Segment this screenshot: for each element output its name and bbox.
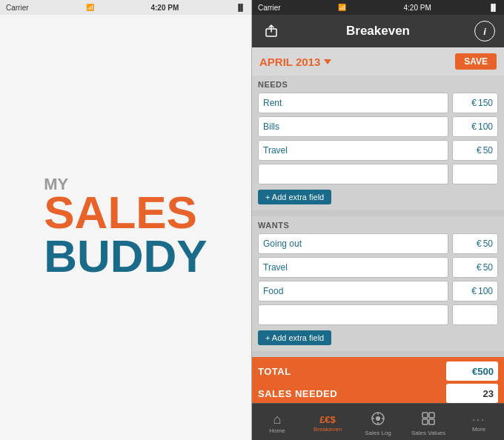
wants-field-0[interactable] [258,233,448,254]
month-title[interactable]: APRIL 2013 [259,56,331,68]
saleslog-icon [371,411,385,428]
tab-salesvalues-label: Sales Values [411,430,445,436]
wants-title: WANTS [258,221,498,230]
needs-field-0[interactable] [258,93,448,113]
share-icon[interactable] [261,21,282,41]
wifi-icon-right: 📶 [338,4,346,11]
save-button[interactable]: SAVE [455,53,497,70]
left-content: MY SALES BUDDY [0,15,251,440]
logo-buddy: BUDDY [44,235,207,279]
needs-empty-value [452,164,498,184]
wants-value-2: € 100 [452,281,498,301]
left-phone: Carrier 📶 4:20 PM ▐▌ MY SALES BUDDY [0,0,252,440]
app-content: APRIL 2013 SAVE NEEDS € 150 € 100 [252,47,504,403]
salesvalues-icon [421,411,436,428]
logo: MY SALES BUDDY [44,176,207,279]
more-icon: ··· [472,414,485,424]
month-dropdown-arrow[interactable] [324,59,331,64]
svg-rect-7 [422,413,428,418]
time-left: 4:20 PM [150,4,179,12]
needs-row-2: € 50 [258,140,498,161]
carrier-right: Carrier [258,4,281,12]
sales-needed-value: 23 [446,384,498,403]
wants-row-0: € 50 [258,233,498,254]
battery-right: ▐▌ [488,4,498,11]
needs-value-1: € 100 [452,116,498,137]
wants-value-1: € 50 [452,257,498,278]
tab-bar: ⌂ Home £€$ Breakeven Sales Log [252,403,504,440]
home-icon: ⌂ [273,413,282,426]
wants-row-2: € 100 [258,281,498,301]
svg-point-2 [376,416,380,421]
tab-more[interactable]: ··· More [454,404,504,440]
total-amount: 500 [477,366,494,377]
needs-section: NEEDS € 150 € 100 € 50 [252,76,504,210]
svg-rect-8 [429,413,434,418]
tab-saleslog[interactable]: Sales Log [353,404,403,440]
wants-value-0: € 50 [452,233,498,254]
needs-value-2: € 50 [452,140,498,161]
needs-value-0: € 150 [452,93,498,113]
sales-needed-row: SALES NEEDED 23 [258,384,498,403]
breakeven-icon: £€$ [319,415,336,424]
total-value: € 500 [446,361,498,381]
needs-field-1[interactable] [258,116,448,137]
wants-field-2[interactable] [258,281,448,301]
status-icons-left: 📶 [86,4,94,11]
nav-title: Breakeven [346,24,410,39]
tab-breakeven[interactable]: £€$ Breakeven [302,404,353,440]
needs-empty-row [258,164,498,184]
tab-more-label: More [472,426,485,433]
info-icon[interactable]: i [474,21,495,41]
wants-empty-input[interactable] [258,304,448,325]
logo-sales: SALES [44,191,207,235]
sales-needed-amount: 23 [483,388,494,399]
wants-row-1: € 50 [258,257,498,278]
tab-home-label: Home [269,427,285,434]
total-label: TOTAL [258,366,291,377]
svg-rect-10 [429,419,434,424]
svg-rect-9 [422,419,428,424]
tab-home[interactable]: ⌂ Home [252,404,302,440]
tab-breakeven-label: Breakeven [314,426,342,433]
needs-add-field-button[interactable]: + Add extra field [258,190,331,204]
needs-row-1: € 100 [258,116,498,137]
wants-field-1[interactable] [258,257,448,278]
wants-empty-row [258,304,498,325]
status-bar-left: Carrier 📶 4:20 PM ▐▌ [0,0,251,15]
total-row: TOTAL € 500 [258,361,498,381]
month-label: APRIL 2013 [259,56,320,68]
carrier-left: Carrier [6,4,29,12]
status-bar-right: Carrier 📶 4:20 PM ▐▌ [252,0,504,15]
right-phone: Carrier 📶 4:20 PM ▐▌ Breakeven i APRIL 2… [252,0,504,440]
month-header: APRIL 2013 SAVE [252,47,504,76]
totals-section: TOTAL € 500 SALES NEEDED 23 [252,357,504,403]
time-right: 4:20 PM [404,4,431,12]
needs-title: NEEDS [258,80,498,89]
tab-saleslog-label: Sales Log [365,430,391,436]
wifi-icon-left: 📶 [86,4,94,11]
wants-add-field-button[interactable]: + Add extra field [258,330,331,345]
sales-needed-label: SALES NEEDED [258,388,337,399]
nav-bar: Breakeven i [252,15,504,47]
needs-field-2[interactable] [258,140,448,161]
needs-row-0: € 150 [258,93,498,113]
tab-salesvalues[interactable]: Sales Values [403,404,454,440]
total-currency: € [472,366,477,377]
needs-empty-input[interactable] [258,164,448,184]
wants-section: WANTS € 50 € 50 € 100 [252,216,504,351]
wants-empty-value [452,304,498,325]
battery-left: ▐▌ [236,4,245,11]
